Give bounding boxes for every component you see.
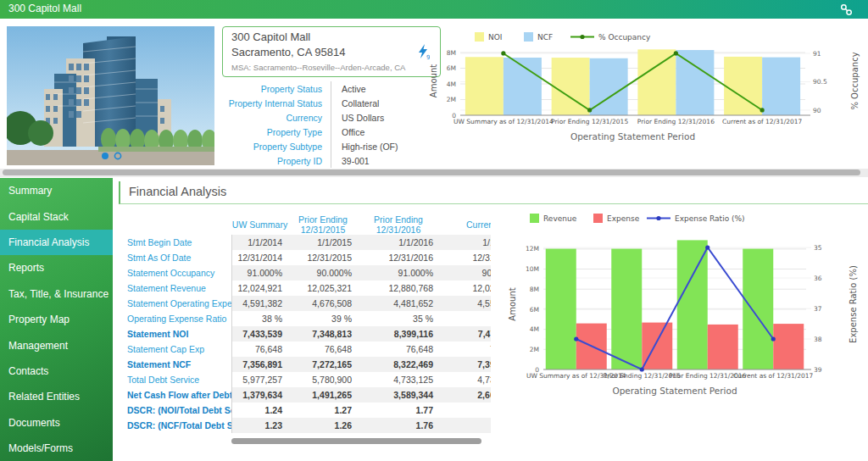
svg-text:37: 37 <box>814 305 822 313</box>
table-row: Total Debt Service5,977,2575,780,9004,73… <box>127 372 491 387</box>
table-row: Statement Revenue12,024,92112,025,32112,… <box>127 280 491 296</box>
svg-text:Prior Ending 12/31/2016: Prior Ending 12/31/2016 <box>637 118 715 125</box>
field-value: Active <box>331 81 366 96</box>
row-value: 4,733,125 <box>439 372 491 387</box>
financial-table-wrap: UW SummaryPrior Ending 12/31/2015Prior E… <box>127 214 491 436</box>
svg-text:4M: 4M <box>530 325 539 333</box>
row-value: 1.77 <box>358 403 439 418</box>
sidebar-item-label: Property Map <box>8 314 70 325</box>
property-field-row: Property ID39-001 <box>222 153 398 168</box>
row-value: 7,397,465 <box>439 357 491 372</box>
svg-text:35: 35 <box>814 244 822 252</box>
row-label: DSCR: (NOI/Total Debt Service) <box>127 403 231 418</box>
field-value: Collateral <box>331 96 379 110</box>
sidebar-item-property-map[interactable]: Property Map <box>0 307 113 332</box>
field-value: 39-001 <box>331 153 370 168</box>
property-city: Sacramento, CA 95814 <box>231 46 345 58</box>
svg-text:Expense Ratio (%): Expense Ratio (%) <box>849 265 858 343</box>
row-value: 1,379,634 <box>231 387 288 403</box>
row-label: Statement Cap Exp <box>127 342 231 357</box>
row-label: Total Debt Service <box>127 372 231 387</box>
table-row: Stmt Begin Date1/1/20141/1/20151/1/20161… <box>127 235 491 250</box>
property-field-row: Property SubtypeHigh-rise (OF) <box>222 139 398 153</box>
row-label: Stmt As Of Date <box>127 250 231 265</box>
svg-text:NOI: NOI <box>488 33 502 42</box>
row-value: 76,648 <box>231 342 288 357</box>
field-label: Property Type <box>222 127 331 137</box>
field-label: Property Subtype <box>222 142 331 152</box>
row-value: 39 % <box>288 311 358 326</box>
table-scrollbar-thumb[interactable] <box>231 438 481 444</box>
svg-text:39: 39 <box>814 366 822 374</box>
svg-text:12M: 12M <box>526 245 539 253</box>
row-value: 4,733,125 <box>358 372 439 387</box>
row-value: 76,648 <box>358 342 439 357</box>
sidebar-item-financial-analysis[interactable]: Financial Analysis <box>0 230 113 255</box>
app-window: 300 Capitol Mall <box>0 0 868 461</box>
property-field-row: CurrencyUS Dollars <box>222 110 398 125</box>
table-row: Statement Occupancy91.000%90.000%91.000%… <box>127 265 491 280</box>
svg-text:Expense Ratio (%): Expense Ratio (%) <box>675 214 745 223</box>
sidebar-item-related-entities[interactable]: Related Entities <box>0 384 113 409</box>
sidebar-item-contacts[interactable]: Contacts <box>0 358 113 384</box>
row-label: Operating Expense Ratio <box>127 311 231 326</box>
table-row: Statement Operating Expense4,591,3824,67… <box>127 296 491 311</box>
row-label: Statement Operating Expense <box>127 296 231 311</box>
sidebar-item-reports[interactable]: Reports <box>0 255 113 280</box>
carousel-dot-active[interactable] <box>102 153 108 159</box>
row-value: 7,348,813 <box>288 326 358 342</box>
sidebar-item-label: Contacts <box>8 365 48 377</box>
row-value: 5,977,257 <box>231 372 288 387</box>
property-field-row: Property TypeOffice <box>222 125 398 139</box>
sidebar-item-label: Related Entities <box>8 391 80 403</box>
svg-text:Amount: Amount <box>508 287 517 320</box>
section-header: Financial Analysis <box>119 181 868 204</box>
row-value: 91.000% <box>358 265 439 280</box>
sidebar-item-management[interactable]: Management <box>0 332 113 358</box>
property-photo[interactable] <box>7 26 214 165</box>
field-label: Property ID <box>222 156 331 166</box>
property-msa: MSA: Sacramento--Roseville--Arden-Arcade… <box>231 63 405 72</box>
row-value: 76,648 <box>439 342 491 357</box>
sidebar-item-summary[interactable]: Summary <box>0 178 113 203</box>
svg-text:% Occupancy: % Occupancy <box>850 52 860 109</box>
sidebar-item-models-forms[interactable]: Models/Forms <box>0 436 113 461</box>
sidebar-item-capital-stack[interactable]: Capital Stack <box>0 203 113 229</box>
field-value: Office <box>331 125 364 139</box>
table-row: DSCR: (NOI/Total Debt Service)1.241.271.… <box>127 403 491 418</box>
top-scrollbar-thumb[interactable] <box>3 169 860 175</box>
row-value: 3,589,344 <box>358 387 439 403</box>
row-value: 38 % <box>231 311 288 326</box>
svg-text:% Occupancy: % Occupancy <box>598 33 651 42</box>
field-value: High-rise (OF) <box>331 139 398 153</box>
sidebar-item-label: Documents <box>8 417 60 429</box>
row-value: 12/31/2014 <box>231 250 288 265</box>
sidebar-item-label: Models/Forms <box>8 442 73 454</box>
sidebar-item-documents[interactable]: Documents <box>0 410 113 436</box>
sidebar-nav: SummaryCapital StackFinancial AnalysisRe… <box>0 178 113 461</box>
link-icon[interactable] <box>840 3 853 16</box>
row-value: 90.000% <box>288 265 358 280</box>
noi-ncf-occupancy-chart: 9090.59102M4M6M8MUW Summary as of 12/31/… <box>428 25 868 154</box>
row-value: 1.56 <box>439 418 491 433</box>
row-value: 1.27 <box>288 403 358 418</box>
address-card: 300 Capitol Mall Sacramento, CA 95814 MS… <box>222 26 441 77</box>
table-row: Net Cash Flow after Debt Service1,379,63… <box>127 387 491 403</box>
row-value: 7,474,113 <box>439 326 491 342</box>
row-label: DSCR: (NCF/Total Debt Service) <box>127 418 231 433</box>
field-value: US Dollars <box>331 110 384 125</box>
row-value: 1/1/2014 <box>231 235 288 250</box>
row-value: 1/1/2016 <box>358 235 439 250</box>
row-value: 1,491,265 <box>288 387 358 403</box>
svg-text:Operating Statement Period: Operating Statement Period <box>612 386 737 396</box>
row-label: Net Cash Flow after Debt Service <box>127 387 231 403</box>
sidebar-item-label: Tax, Title, & Insurance <box>8 288 108 300</box>
row-value: 1/1/2017 <box>439 235 491 250</box>
svg-text:8M: 8M <box>447 49 456 57</box>
row-value: 7,356,891 <box>231 357 288 372</box>
sidebar-item-tax-title-insurance[interactable]: Tax, Title, & Insurance <box>0 281 113 307</box>
property-field-row: Property Internal StatusCollateral <box>222 96 398 110</box>
revenue-expense-ratio-chart: 353637383902M4M6M8M10M12MUW Summary as o… <box>505 207 868 407</box>
table-row: Statement NOI7,433,5397,348,8138,399,116… <box>127 326 491 342</box>
svg-text:91: 91 <box>813 50 821 58</box>
